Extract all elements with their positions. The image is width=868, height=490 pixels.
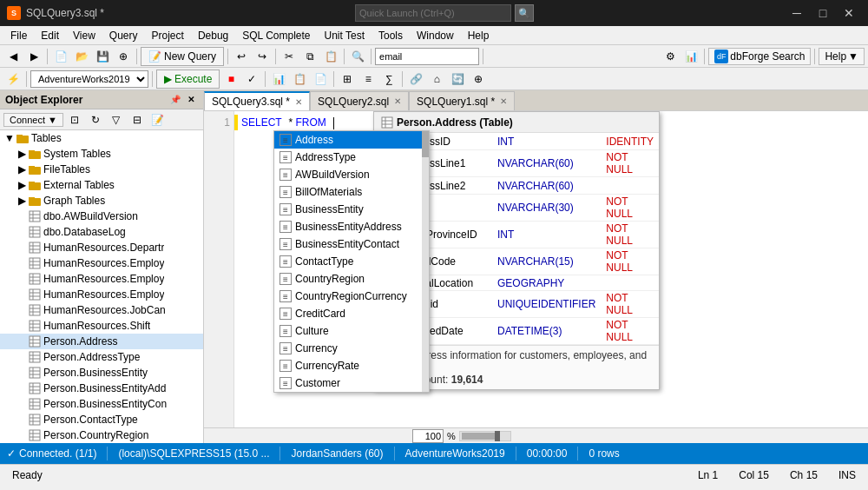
- autocomplete-item-awbuildversion[interactable]: ≡ AWBuildVersion: [274, 166, 429, 183]
- properties-button[interactable]: 📊: [681, 48, 700, 65]
- tb2-btn6[interactable]: ⌂: [427, 70, 446, 88]
- undo-button[interactable]: ↩: [232, 48, 251, 65]
- save-button[interactable]: 💾: [93, 48, 112, 65]
- back-button[interactable]: ◀: [3, 48, 23, 65]
- tab-close-icon[interactable]: ✕: [295, 97, 302, 107]
- zoom-input[interactable]: [412, 429, 444, 443]
- autocomplete-item-businessentitycontact[interactable]: ≡ BusinessEntityContact: [274, 235, 429, 253]
- autocomplete-item-countryregioncurrency[interactable]: ≡ CountryRegionCurrency: [274, 288, 429, 305]
- tab-sqlquery3[interactable]: SQLQuery3.sql * ✕: [204, 91, 310, 110]
- autocomplete-scrollbar[interactable]: [422, 131, 429, 392]
- forward-button[interactable]: ▶: [24, 48, 43, 65]
- tb2-btn4[interactable]: ∑: [379, 70, 398, 88]
- refresh-button[interactable]: ↻: [86, 111, 105, 129]
- minimize-button[interactable]: ─: [785, 3, 809, 23]
- tree-item-person-countryregion[interactable]: Person.CountryRegion: [0, 427, 203, 443]
- tree-item-tables[interactable]: ▼ Tables: [0, 130, 203, 146]
- oe-close-button[interactable]: ✕: [184, 94, 198, 106]
- tree-item-dbo-awbuildversion[interactable]: dbo.AWBuildVersion: [0, 209, 203, 224]
- menu-window[interactable]: Window: [410, 28, 461, 43]
- quick-launch-input[interactable]: [355, 4, 511, 22]
- autocomplete-item-currency[interactable]: ≡ Currency: [274, 340, 429, 357]
- tree-item-person-businessentity[interactable]: Person.BusinessEntity: [0, 365, 203, 381]
- help-button[interactable]: Help ▼: [819, 48, 865, 65]
- tree-item-hr-shift[interactable]: HumanResources.Shift: [0, 318, 203, 334]
- new-query-button[interactable]: 📝 New Query: [141, 47, 224, 66]
- autocomplete-item-addresstype[interactable]: ≡ AddressType: [274, 149, 429, 166]
- find-button[interactable]: 🔍: [348, 48, 367, 65]
- tb2-btn3[interactable]: ≡: [358, 70, 378, 88]
- tree-item-person-businessentitycon[interactable]: Person.BusinessEntityCon: [0, 396, 203, 412]
- menu-project[interactable]: Project: [145, 28, 191, 43]
- tree-item-graph-tables[interactable]: ▶ Graph Tables: [0, 193, 203, 209]
- new-query-oe-button[interactable]: 📝: [148, 111, 168, 129]
- tree-item-person-businessentityadd[interactable]: Person.BusinessEntityAdd: [0, 381, 203, 396]
- tree-item-hr-employ1[interactable]: HumanResources.Employ: [0, 255, 203, 271]
- menu-view[interactable]: View: [66, 28, 102, 43]
- tab-close-icon[interactable]: ✕: [500, 96, 507, 106]
- tab-sqlquery2[interactable]: SQLQuery2.sql ✕: [310, 91, 409, 110]
- tree-item-person-addresstype[interactable]: Person.AddressType: [0, 349, 203, 365]
- tree-item-person-address[interactable]: Person.Address: [0, 334, 203, 349]
- tree-item-dbo-databaselog[interactable]: dbo.DatabaseLog: [0, 224, 203, 240]
- autocomplete-item-businessentityaddress[interactable]: ≡ BusinessEntityAddress: [274, 218, 429, 235]
- tb2-btn1[interactable]: ⚡: [3, 70, 23, 88]
- zoom-slider[interactable]: [459, 431, 511, 441]
- paste-button[interactable]: 📋: [321, 48, 340, 65]
- menu-query[interactable]: Query: [102, 28, 145, 43]
- quick-launch-button[interactable]: 🔍: [515, 4, 534, 22]
- save-all-button[interactable]: ⊕: [114, 48, 133, 65]
- dbforge-search-button[interactable]: dF dbForge Search: [708, 48, 811, 65]
- execute-button[interactable]: ▶ Execute: [156, 70, 220, 89]
- connect-button[interactable]: Connect ▼: [3, 113, 63, 127]
- tb2-btn5[interactable]: 🔗: [406, 70, 425, 88]
- filter-button[interactable]: ▽: [107, 111, 126, 129]
- copy-button[interactable]: ⧉: [300, 48, 319, 65]
- autocomplete-item-culture[interactable]: ≡ Culture: [274, 322, 429, 340]
- autocomplete-item-businessentity[interactable]: ≡ BusinessEntity: [274, 201, 429, 218]
- tb2-mode3[interactable]: 📄: [311, 70, 330, 88]
- disconnect-button[interactable]: ⊡: [65, 111, 84, 129]
- tree-item-filetables[interactable]: ▶ FileTables: [0, 162, 203, 177]
- menu-debug[interactable]: Debug: [191, 28, 235, 43]
- open-file-button[interactable]: 📂: [72, 48, 91, 65]
- tb2-btn2[interactable]: ⊞: [338, 70, 357, 88]
- menu-help[interactable]: Help: [461, 28, 496, 43]
- tree-item-hr-employ3[interactable]: HumanResources.Employ: [0, 287, 203, 302]
- tb2-mode2[interactable]: 📋: [290, 70, 309, 88]
- tree-item-hr-jobcan[interactable]: HumanResources.JobCan: [0, 302, 203, 318]
- new-file-button[interactable]: 📄: [51, 48, 70, 65]
- tree-item-hr-employ2[interactable]: HumanResources.Employ: [0, 271, 203, 287]
- stop-button[interactable]: ■: [221, 70, 240, 88]
- menu-file[interactable]: File: [3, 28, 34, 43]
- menu-tools[interactable]: Tools: [372, 28, 410, 43]
- autocomplete-item-currencyrate[interactable]: ≡ CurrencyRate: [274, 357, 429, 374]
- cut-button[interactable]: ✂: [279, 48, 299, 65]
- autocomplete-item-billofmaterials[interactable]: ≡ BillOfMaterials: [274, 183, 429, 201]
- database-dropdown[interactable]: AdventureWorks2019: [30, 70, 148, 88]
- search-input[interactable]: [375, 48, 479, 65]
- tree-item-hr-departr[interactable]: HumanResources.Departr: [0, 240, 203, 255]
- maximize-button[interactable]: □: [811, 3, 835, 23]
- settings-button[interactable]: ⚙: [661, 48, 680, 65]
- tb2-btn7[interactable]: 🔄: [448, 70, 467, 88]
- redo-button[interactable]: ↪: [253, 48, 272, 65]
- menu-edit[interactable]: Edit: [34, 28, 66, 43]
- close-button[interactable]: ✕: [837, 3, 861, 23]
- tb2-mode1[interactable]: 📊: [269, 70, 288, 88]
- autocomplete-item-countryregion[interactable]: ≡ CountryRegion: [274, 270, 429, 288]
- tree-item-system-tables[interactable]: ▶ System Tables: [0, 146, 203, 162]
- tab-sqlquery1[interactable]: SQLQuery1.sql * ✕: [409, 91, 515, 110]
- tab-close-icon[interactable]: ✕: [394, 96, 401, 106]
- menu-unit-test[interactable]: Unit Test: [318, 28, 372, 43]
- tree-item-person-contacttype[interactable]: Person.ContactType: [0, 412, 203, 427]
- tb2-btn8[interactable]: ⊕: [469, 70, 488, 88]
- autocomplete-item-address[interactable]: ≡ Address: [274, 131, 429, 149]
- autocomplete-item-contacttype[interactable]: ≡ ContactType: [274, 253, 429, 270]
- menu-sql-complete[interactable]: SQL Complete: [235, 28, 317, 43]
- tree-item-external-tables[interactable]: ▶ External Tables: [0, 177, 203, 193]
- oe-pin-button[interactable]: 📌: [168, 94, 182, 106]
- parse-button[interactable]: ✓: [242, 70, 261, 88]
- autocomplete-item-customer[interactable]: ≡ Customer: [274, 374, 429, 392]
- collapse-button[interactable]: ⊟: [128, 111, 147, 129]
